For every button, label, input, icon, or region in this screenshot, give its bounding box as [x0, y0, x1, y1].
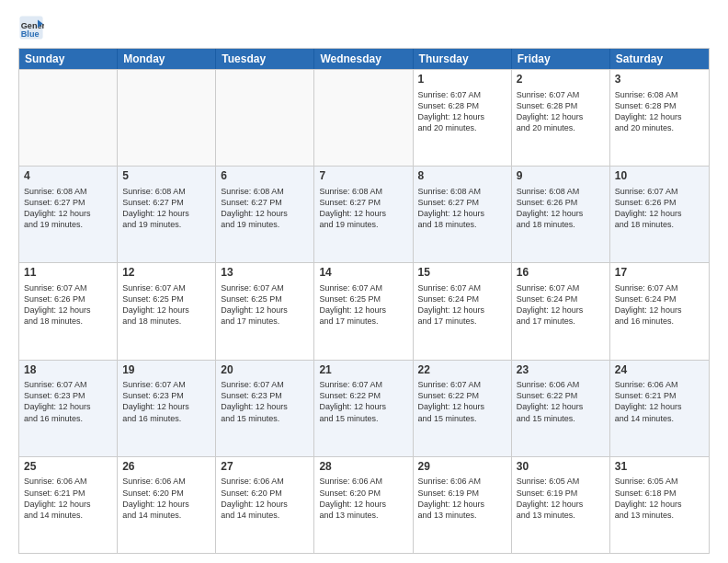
cell-text: and 19 minutes.: [221, 219, 309, 230]
cell-text: Daylight: 12 hours: [615, 111, 704, 122]
cell-text: Daylight: 12 hours: [418, 111, 506, 122]
cell-text: and 14 minutes.: [122, 510, 210, 521]
empty-cell: [19, 70, 118, 166]
cell-text: and 18 minutes.: [122, 316, 210, 327]
cell-text: Sunrise: 6:07 AM: [24, 282, 112, 293]
cell-text: Sunrise: 6:06 AM: [24, 476, 112, 487]
cell-text: Sunset: 6:24 PM: [418, 293, 506, 304]
week-row-2: 4Sunrise: 6:08 AMSunset: 6:27 PMDaylight…: [19, 166, 709, 262]
header-day-thursday: Thursday: [414, 49, 512, 69]
day-cell-12: 12Sunrise: 6:07 AMSunset: 6:25 PMDayligh…: [118, 263, 216, 359]
cell-text: Daylight: 12 hours: [221, 401, 309, 412]
day-number: 19: [122, 363, 210, 378]
cell-text: and 14 minutes.: [221, 510, 309, 521]
day-cell-22: 22Sunrise: 6:07 AMSunset: 6:22 PMDayligh…: [414, 361, 512, 456]
day-cell-6: 6Sunrise: 6:08 AMSunset: 6:27 PMDaylight…: [216, 167, 314, 262]
day-cell-14: 14Sunrise: 6:07 AMSunset: 6:25 PMDayligh…: [314, 263, 413, 359]
cell-text: Sunrise: 6:07 AM: [615, 282, 704, 293]
cell-text: Daylight: 12 hours: [319, 304, 407, 316]
day-cell-23: 23Sunrise: 6:06 AMSunset: 6:22 PMDayligh…: [512, 361, 610, 456]
cell-text: Sunrise: 6:06 AM: [221, 476, 309, 487]
empty-cell: [216, 70, 314, 166]
empty-cell: [118, 70, 216, 166]
empty-cell: [314, 70, 413, 166]
cell-text: and 13 minutes.: [615, 510, 704, 521]
cell-text: and 13 minutes.: [517, 510, 605, 521]
day-cell-25: 25Sunrise: 6:06 AMSunset: 6:21 PMDayligh…: [19, 457, 118, 553]
day-cell-15: 15Sunrise: 6:07 AMSunset: 6:24 PMDayligh…: [414, 263, 512, 359]
cell-text: Daylight: 12 hours: [517, 304, 605, 316]
cell-text: Sunrise: 6:06 AM: [615, 379, 704, 390]
cell-text: Sunrise: 6:07 AM: [122, 282, 210, 293]
cell-text: Sunrise: 6:05 AM: [615, 476, 704, 487]
cell-text: Sunrise: 6:08 AM: [319, 186, 407, 197]
day-number: 15: [418, 266, 506, 281]
day-number: 11: [24, 266, 112, 281]
cell-text: Sunrise: 6:07 AM: [221, 379, 309, 390]
calendar-header: SundayMondayTuesdayWednesdayThursdayFrid…: [19, 49, 709, 69]
cell-text: Daylight: 12 hours: [122, 499, 210, 510]
calendar: SundayMondayTuesdayWednesdayThursdayFrid…: [18, 48, 710, 554]
day-number: 29: [418, 460, 506, 475]
day-number: 18: [24, 363, 112, 378]
cell-text: Sunset: 6:25 PM: [122, 293, 210, 304]
calendar-body: 1Sunrise: 6:07 AMSunset: 6:28 PMDaylight…: [19, 69, 709, 553]
day-number: 16: [517, 266, 605, 281]
cell-text: and 14 minutes.: [615, 413, 704, 424]
cell-text: Sunset: 6:23 PM: [122, 390, 210, 401]
cell-text: Sunrise: 6:06 AM: [319, 476, 407, 487]
day-number: 1: [418, 73, 506, 87]
day-cell-29: 29Sunrise: 6:06 AMSunset: 6:19 PMDayligh…: [414, 457, 512, 553]
cell-text: Sunset: 6:22 PM: [319, 390, 407, 401]
cell-text: and 15 minutes.: [418, 413, 506, 424]
cell-text: and 18 minutes.: [24, 316, 112, 327]
cell-text: and 15 minutes.: [221, 413, 309, 424]
cell-text: Sunset: 6:28 PM: [418, 100, 506, 111]
cell-text: Sunset: 6:27 PM: [122, 197, 210, 208]
cell-text: Daylight: 12 hours: [517, 111, 605, 122]
cell-text: Sunrise: 6:08 AM: [615, 89, 704, 100]
day-number: 24: [615, 363, 704, 378]
day-cell-26: 26Sunrise: 6:06 AMSunset: 6:20 PMDayligh…: [118, 457, 216, 553]
cell-text: and 18 minutes.: [517, 219, 605, 230]
svg-text:Blue: Blue: [21, 29, 40, 39]
header-day-sunday: Sunday: [19, 49, 118, 69]
cell-text: Daylight: 12 hours: [615, 401, 704, 412]
cell-text: Sunset: 6:27 PM: [24, 197, 112, 208]
cell-text: Sunset: 6:25 PM: [319, 293, 407, 304]
day-number: 4: [24, 169, 112, 184]
week-row-4: 18Sunrise: 6:07 AMSunset: 6:23 PMDayligh…: [19, 360, 709, 456]
cell-text: Sunrise: 6:06 AM: [122, 476, 210, 487]
logo-icon: General Blue: [18, 15, 44, 40]
cell-text: Sunrise: 6:07 AM: [418, 89, 506, 100]
cell-text: and 16 minutes.: [122, 413, 210, 424]
cell-text: Sunset: 6:26 PM: [615, 197, 704, 208]
cell-text: Daylight: 12 hours: [319, 208, 407, 219]
cell-text: Sunset: 6:19 PM: [418, 488, 506, 499]
day-number: 12: [122, 266, 210, 281]
cell-text: Sunrise: 6:07 AM: [24, 379, 112, 390]
cell-text: Sunset: 6:26 PM: [24, 293, 112, 304]
cell-text: Sunset: 6:21 PM: [24, 488, 112, 499]
day-number: 20: [221, 363, 309, 378]
day-number: 21: [319, 363, 407, 378]
cell-text: Daylight: 12 hours: [24, 208, 112, 219]
cell-text: and 19 minutes.: [122, 219, 210, 230]
header-day-wednesday: Wednesday: [314, 49, 413, 69]
day-cell-28: 28Sunrise: 6:06 AMSunset: 6:20 PMDayligh…: [314, 457, 413, 553]
header-day-saturday: Saturday: [610, 49, 709, 69]
cell-text: Sunrise: 6:08 AM: [418, 186, 506, 197]
cell-text: Sunset: 6:19 PM: [517, 488, 605, 499]
cell-text: and 15 minutes.: [319, 413, 407, 424]
cell-text: Sunset: 6:24 PM: [615, 293, 704, 304]
cell-text: Daylight: 12 hours: [418, 304, 506, 316]
day-number: 17: [615, 266, 704, 281]
day-number: 26: [122, 460, 210, 475]
day-cell-24: 24Sunrise: 6:06 AMSunset: 6:21 PMDayligh…: [610, 361, 709, 456]
week-row-5: 25Sunrise: 6:06 AMSunset: 6:21 PMDayligh…: [19, 456, 709, 553]
cell-text: and 19 minutes.: [24, 219, 112, 230]
cell-text: Sunset: 6:26 PM: [517, 197, 605, 208]
cell-text: Sunrise: 6:07 AM: [517, 282, 605, 293]
cell-text: Sunset: 6:24 PM: [517, 293, 605, 304]
day-cell-20: 20Sunrise: 6:07 AMSunset: 6:23 PMDayligh…: [216, 361, 314, 456]
